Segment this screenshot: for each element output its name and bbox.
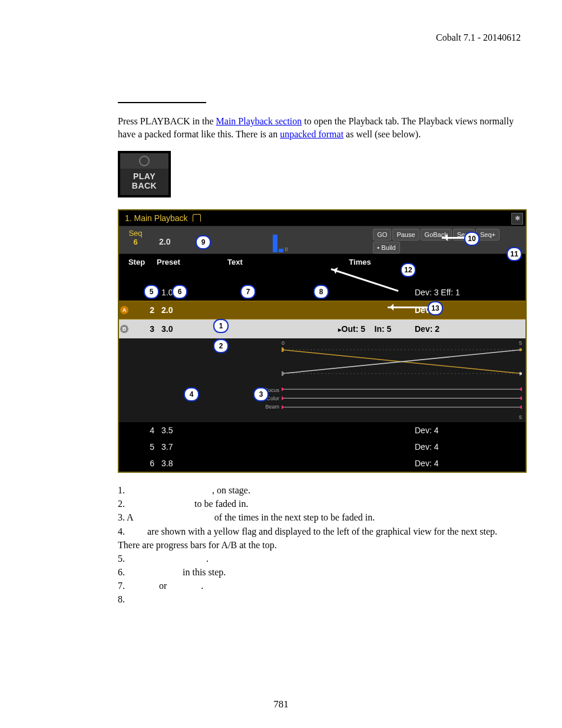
- cell-times-out: Out: 5: [342, 324, 365, 334]
- cell-step: 6: [119, 459, 159, 468]
- graph-param-labels: Focus Color Beam: [254, 339, 282, 421]
- graph-tick-5-bot: 5: [519, 414, 522, 420]
- legend-3-num: 3. A: [118, 512, 135, 522]
- legend-item-4: 4. are shown with a yellow flag and disp…: [118, 525, 521, 552]
- cell-dev: Dev: 4: [409, 459, 525, 468]
- callout-7: 7: [240, 285, 256, 299]
- legend-5-num: 5.: [118, 554, 127, 564]
- svg-point-7: [282, 387, 283, 391]
- b-marker-icon: B: [120, 325, 128, 333]
- cell-preset: 3.7: [159, 442, 232, 452]
- gear-icon[interactable]: ✱: [511, 213, 523, 225]
- table-row-active-a: A 2 2.0 Dev: 2: [119, 301, 525, 319]
- cell-preset: 2.0: [159, 305, 232, 315]
- page-number: 781: [0, 699, 562, 710]
- callout-8: 8: [313, 285, 329, 299]
- col-dev: [404, 258, 525, 266]
- progress-bar-tick: B: [285, 246, 288, 252]
- cell-dev: Dev: 3 Eff: 1: [409, 288, 525, 297]
- seq-preset-value: 2.0: [152, 226, 177, 253]
- seq-number: 6: [119, 238, 152, 246]
- progress-bars: B: [273, 229, 288, 252]
- legend-2-num: 2.: [118, 499, 127, 509]
- svg-point-14: [282, 371, 284, 376]
- callout-9: 9: [196, 235, 211, 249]
- col-preset: Preset: [154, 258, 227, 266]
- intro-text-3: as well (see below).: [346, 129, 421, 139]
- callout-11: 11: [507, 247, 522, 261]
- graph-area: Focus Color Beam 0 5 5: [119, 338, 525, 422]
- cell-preset: 1.0: [159, 288, 232, 297]
- callout-6: 6: [172, 285, 187, 299]
- callout-1: 1: [213, 319, 229, 333]
- pause-button[interactable]: Pause: [392, 229, 419, 241]
- table-row: 5 3.7 Dev: 4: [119, 439, 525, 455]
- graph-tick-0: 0: [282, 340, 285, 346]
- legend-8-num: 8.: [118, 594, 125, 604]
- main-playback-screenshot: 9 10 11 12 13 5 6 7 8 1 2 4 3 ✱ 1. Main …: [118, 209, 527, 473]
- cell-step: 5: [119, 442, 159, 452]
- lock-icon: [193, 214, 201, 222]
- svg-point-8: [520, 387, 522, 391]
- circle-icon: [139, 156, 150, 166]
- cell-step: 4: [119, 426, 159, 435]
- col-text: Text: [227, 258, 316, 266]
- intro-text-1: Press PLAYBACK in the: [118, 116, 216, 126]
- legend-6-num: 6.: [118, 567, 127, 577]
- legend-5-text: .: [206, 554, 209, 564]
- cell-dev: Dev: 2: [409, 324, 525, 334]
- column-headers: Step Preset Text Times: [119, 254, 525, 270]
- legend-list: 1. , on stage. 2. to be faded in. 3. A o…: [118, 483, 521, 607]
- cell-times: ▸Out: 5 In: 5: [320, 324, 409, 334]
- graph-left-pad: [119, 339, 254, 421]
- seq-plus-button[interactable]: Seq+: [476, 229, 500, 241]
- callout-2: 2: [213, 339, 229, 353]
- legend-item-7: 7. or .: [118, 579, 521, 592]
- legend-4-num: 4.: [118, 526, 127, 536]
- link-unpacked-format[interactable]: unpacked format: [280, 129, 343, 139]
- svg-point-9: [282, 396, 283, 400]
- seq-label: Seq: [119, 229, 152, 238]
- playback-label-line1: PLAY: [120, 172, 168, 181]
- window-title-bar: 1. Main Playback: [119, 210, 525, 226]
- callout-4: 4: [184, 387, 199, 401]
- callout-13: 13: [428, 301, 443, 315]
- link-main-playback-section[interactable]: Main Playback section: [216, 116, 302, 126]
- intro-paragraph: Press PLAYBACK in the Main Playback sect…: [118, 115, 518, 140]
- legend-item-6: 6. in this step.: [118, 565, 521, 579]
- go-button[interactable]: GO: [373, 229, 391, 241]
- svg-marker-2: [520, 372, 522, 375]
- callout-5: 5: [144, 285, 159, 299]
- legend-1-text: , on stage.: [212, 485, 250, 495]
- col-times: Times: [316, 258, 404, 266]
- legend-7-num: 7.: [118, 581, 127, 591]
- section-divider: [118, 102, 206, 103]
- arrow-10: [442, 237, 465, 239]
- sequence-box: Seq 6: [119, 226, 152, 253]
- spacer-row: [119, 270, 525, 284]
- transport-buttons: GO Pause GoBack Seq- Seq+: [371, 226, 502, 241]
- legend-item-2: 2. to be faded in.: [118, 497, 521, 510]
- svg-point-12: [520, 406, 522, 409]
- a-marker-icon: A: [120, 306, 128, 314]
- legend-item-5: 5. .: [118, 552, 521, 565]
- page-header-version: Cobalt 7.1 - 20140612: [94, 32, 521, 43]
- legend-item-1: 1. , on stage.: [118, 483, 521, 497]
- legend-7-mid: or: [159, 581, 169, 591]
- legend-4-text: are shown with a yellow flag and display…: [118, 526, 497, 550]
- legend-7-end: .: [201, 581, 203, 591]
- graph-tick-5-top: 5: [519, 340, 522, 346]
- cell-preset: 3.5: [159, 426, 232, 435]
- transport-column: GO Pause GoBack Seq- Seq+ • Build: [371, 226, 525, 253]
- table-row: 4 3.5 Dev: 4: [119, 422, 525, 439]
- playback-button-graphic: PLAY BACK: [118, 151, 171, 197]
- legend-1-num: 1.: [118, 485, 127, 495]
- legend-3-text: of the times in the next step to be fade…: [214, 512, 375, 522]
- graph-plot: 0 5 5: [282, 341, 522, 419]
- table-row: 6 3.8 Dev: 4: [119, 455, 525, 472]
- svg-point-11: [282, 406, 283, 409]
- progress-bar-b: [279, 249, 283, 252]
- col-step: Step: [119, 258, 154, 266]
- graph-label-beam: Beam: [265, 404, 279, 410]
- build-button[interactable]: • Build: [373, 242, 399, 253]
